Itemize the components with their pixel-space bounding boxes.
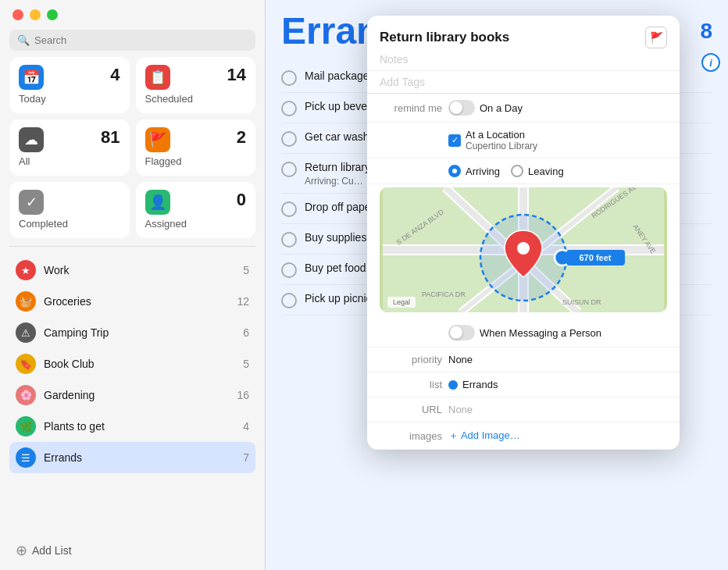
assigned-label: Assigned bbox=[145, 218, 187, 230]
plants-label: Plants to get bbox=[44, 420, 235, 433]
smart-list-assigned[interactable]: 👤 0 Assigned bbox=[136, 182, 256, 238]
arriving-label: Arriving bbox=[466, 166, 500, 177]
smart-lists: 📅 4 Today 📋 14 Scheduled ☁ 81 All 🚩 2 Fl… bbox=[9, 57, 255, 238]
url-label: URL bbox=[380, 404, 442, 415]
main-count: 8 bbox=[700, 12, 712, 44]
task-checkbox[interactable] bbox=[281, 293, 297, 308]
remind-me-label: remind me bbox=[380, 102, 442, 114]
add-image-button[interactable]: ＋ Add Image… bbox=[448, 429, 520, 443]
task-checkbox[interactable] bbox=[281, 201, 297, 217]
list-row: list Errands bbox=[367, 372, 680, 397]
work-label: Work bbox=[44, 264, 235, 276]
task-checkbox[interactable] bbox=[281, 262, 297, 278]
traffic-lights bbox=[9, 9, 255, 20]
smart-list-scheduled[interactable]: 📋 14 Scheduled bbox=[136, 57, 256, 113]
notes-field[interactable]: Notes bbox=[367, 48, 680, 71]
task-text: Mail packages bbox=[305, 69, 375, 84]
leaving-radio[interactable] bbox=[511, 165, 523, 177]
close-button[interactable] bbox=[12, 9, 23, 20]
smart-list-flagged[interactable]: 🚩 2 Flagged bbox=[136, 119, 256, 176]
search-icon: 🔍 bbox=[17, 34, 30, 46]
sidebar-item-bookclub[interactable]: 🔖 Book Club 5 bbox=[9, 348, 255, 379]
messaging-row: When Messaging a Person bbox=[367, 319, 680, 347]
minimize-button[interactable] bbox=[30, 9, 41, 20]
errands-count: 7 bbox=[243, 451, 249, 464]
priority-value: None bbox=[448, 354, 473, 365]
task-checkbox[interactable] bbox=[281, 162, 297, 177]
list-color-dot bbox=[448, 380, 458, 390]
list-value: Errands bbox=[448, 379, 498, 390]
arriving-radio[interactable] bbox=[448, 165, 461, 177]
maximize-button[interactable] bbox=[47, 9, 58, 20]
svg-text:SUISUN DR: SUISUN DR bbox=[562, 298, 601, 306]
assigned-icon: 👤 bbox=[145, 190, 170, 215]
task-checkbox[interactable] bbox=[281, 232, 297, 248]
location-row: ✓ At a Location Cupertino Library bbox=[367, 123, 680, 159]
today-label: Today bbox=[19, 93, 46, 105]
plants-count: 4 bbox=[243, 420, 249, 433]
svg-text:670 feet: 670 feet bbox=[580, 253, 612, 262]
smart-list-all[interactable]: ☁ 81 All bbox=[9, 119, 130, 176]
task-checkbox[interactable] bbox=[281, 101, 297, 116]
map-svg: 670 feet S DE ANZA BLVD RODRIGUES AVE AN… bbox=[380, 187, 667, 312]
scheduled-label: Scheduled bbox=[145, 93, 193, 105]
completed-icon: ✓ bbox=[19, 190, 44, 215]
gardening-label: Gardening bbox=[44, 389, 229, 401]
groceries-label: Groceries bbox=[44, 295, 229, 308]
tags-placeholder: Add Tags bbox=[380, 76, 425, 88]
flagged-label: Flagged bbox=[145, 155, 182, 167]
sidebar-item-gardening[interactable]: 🌸 Gardening 16 bbox=[9, 379, 255, 411]
bookclub-icon: 🔖 bbox=[16, 354, 36, 374]
sidebar-item-errands[interactable]: ☰ Errands 7 bbox=[9, 442, 255, 473]
task-checkbox[interactable] bbox=[281, 70, 297, 86]
all-icon: ☁ bbox=[19, 127, 44, 152]
task-checkbox[interactable] bbox=[281, 131, 297, 147]
scheduled-count: 14 bbox=[227, 65, 246, 85]
svg-point-14 bbox=[517, 242, 530, 255]
search-input[interactable] bbox=[34, 34, 248, 46]
location-checkbox[interactable]: ✓ bbox=[448, 134, 461, 147]
work-count: 5 bbox=[243, 264, 249, 276]
svg-text:PACIFICA DR: PACIFICA DR bbox=[422, 290, 466, 298]
list-name-value: Errands bbox=[462, 379, 498, 390]
remind-me-value: On a Day bbox=[448, 100, 523, 116]
priority-label: priority bbox=[380, 354, 442, 365]
camping-icon: ⚠ bbox=[16, 322, 36, 343]
add-list-icon: ⊕ bbox=[16, 542, 27, 559]
flag-button[interactable]: 🚩 bbox=[645, 27, 667, 48]
leaving-label: Leaving bbox=[528, 166, 564, 177]
detail-title: Return library books bbox=[380, 30, 509, 45]
map-container[interactable]: 670 feet S DE ANZA BLVD RODRIGUES AVE AN… bbox=[380, 187, 667, 312]
groceries-icon: 🧺 bbox=[16, 291, 36, 312]
sidebar-item-camping[interactable]: ⚠ Camping Trip 6 bbox=[9, 317, 255, 348]
info-button[interactable]: i bbox=[701, 53, 720, 72]
task-text: Buy pet food bbox=[305, 261, 366, 276]
smart-list-today[interactable]: 📅 4 Today bbox=[9, 57, 130, 113]
sidebar: 🔍 📅 4 Today 📋 14 Scheduled ☁ 81 All 🚩 2 … bbox=[0, 0, 266, 570]
add-list-button[interactable]: ⊕ Add List bbox=[9, 537, 255, 564]
notes-placeholder: Notes bbox=[380, 53, 409, 66]
detail-header: Return library books 🚩 bbox=[367, 16, 680, 48]
completed-label: Completed bbox=[19, 218, 68, 230]
sidebar-item-plants[interactable]: 🌿 Plants to get 4 bbox=[9, 411, 255, 442]
bookclub-label: Book Club bbox=[44, 358, 235, 370]
images-row: images ＋ Add Image… bbox=[367, 422, 680, 450]
gardening-icon: 🌸 bbox=[16, 385, 36, 405]
plants-icon: 🌿 bbox=[16, 416, 36, 436]
sidebar-item-work[interactable]: ★ Work 5 bbox=[9, 255, 255, 286]
smart-list-completed[interactable]: ✓ Completed bbox=[9, 182, 130, 238]
bookclub-count: 5 bbox=[243, 358, 249, 370]
toggle-knob bbox=[450, 102, 462, 114]
sidebar-item-groceries[interactable]: 🧺 Groceries 12 bbox=[9, 286, 255, 317]
flagged-count: 2 bbox=[237, 127, 246, 148]
all-label: All bbox=[19, 155, 30, 167]
separator bbox=[9, 246, 255, 247]
images-label: images bbox=[380, 430, 442, 442]
on-a-day-toggle[interactable] bbox=[448, 100, 475, 116]
tags-field[interactable]: Add Tags bbox=[367, 71, 680, 94]
messaging-toggle[interactable] bbox=[448, 325, 475, 340]
assigned-count: 0 bbox=[237, 190, 246, 210]
groceries-count: 12 bbox=[237, 295, 249, 308]
search-bar[interactable]: 🔍 bbox=[9, 30, 255, 51]
work-icon: ★ bbox=[16, 260, 36, 280]
